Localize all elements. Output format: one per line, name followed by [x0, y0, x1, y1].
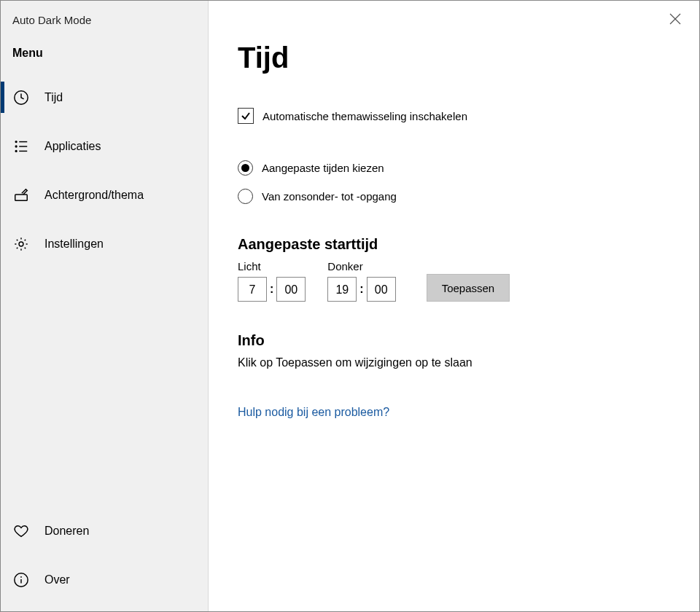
dark-minute-input[interactable]: 00 — [367, 277, 396, 302]
dark-hour-input[interactable]: 19 — [327, 277, 357, 302]
svg-rect-7 — [15, 195, 28, 200]
sidebar-item-over[interactable]: Over — [1, 555, 208, 604]
light-time-inputs: 7 : 00 — [238, 277, 306, 302]
heart-icon — [12, 522, 30, 540]
nav-bottom: Doneren Over — [1, 506, 208, 604]
light-label: Licht — [238, 260, 306, 272]
sidebar-item-doneren[interactable]: Doneren — [1, 506, 208, 555]
sidebar-item-label: Applicaties — [44, 140, 101, 153]
light-time-block: Licht 7 : 00 — [238, 260, 306, 302]
sidebar-item-instellingen[interactable]: Instellingen — [1, 219, 208, 268]
dark-time-block: Donker 19 : 00 — [327, 260, 395, 302]
enable-checkbox[interactable] — [238, 108, 254, 124]
custom-start-heading: Aangepaste starttijd — [238, 236, 677, 253]
info-heading: Info — [238, 332, 677, 349]
app-title: Auto Dark Mode — [1, 5, 208, 29]
sidebar-item-tijd[interactable]: Tijd — [1, 73, 208, 122]
time-colon: : — [270, 283, 273, 296]
radio-custom-times[interactable]: Aangepaste tijden kiezen — [238, 160, 677, 176]
gear-icon — [12, 235, 30, 253]
close-button[interactable] — [669, 12, 683, 27]
radio-button[interactable] — [238, 189, 253, 204]
sidebar-item-label: Achtergrond/thema — [44, 189, 144, 202]
svg-point-5 — [15, 146, 17, 147]
radio-button[interactable] — [238, 160, 253, 176]
light-hour-input[interactable]: 7 — [238, 277, 267, 302]
svg-point-11 — [20, 576, 22, 577]
radio-label: Aangepaste tijden kiezen — [262, 162, 384, 174]
sidebar-item-label: Instellingen — [44, 238, 104, 251]
help-link[interactable]: Hulp nodig bij een probleem? — [238, 406, 677, 419]
nav-main: Tijd Applicaties Achtergrond/thema — [1, 73, 208, 506]
app-window: Auto Dark Mode Menu Tijd Applicaties — [0, 0, 700, 612]
sidebar-item-achtergrond[interactable]: Achtergrond/thema — [1, 170, 208, 219]
enable-checkbox-label: Automatische themawisseling inschakelen — [262, 110, 467, 122]
info-text: Klik op Toepassen om wijzigingen op te s… — [238, 356, 677, 369]
radio-sunset-sunrise[interactable]: Van zonsonder- tot -opgang — [238, 189, 677, 204]
mode-radio-group: Aangepaste tijden kiezen Van zonsonder- … — [238, 160, 677, 204]
time-colon: : — [359, 283, 363, 296]
apply-button[interactable]: Toepassen — [427, 274, 510, 302]
sidebar-item-applicaties[interactable]: Applicaties — [1, 122, 208, 170]
light-minute-input[interactable]: 00 — [276, 277, 306, 302]
list-icon — [12, 138, 30, 155]
svg-point-8 — [19, 242, 23, 246]
info-icon — [12, 571, 30, 589]
time-row: Licht 7 : 00 Donker 19 : 00 Toepassen — [238, 260, 677, 302]
dark-label: Donker — [327, 260, 395, 272]
menu-title: Menu — [1, 29, 208, 73]
radio-label: Van zonsonder- tot -opgang — [262, 190, 397, 203]
sidebar-item-label: Over — [44, 573, 70, 586]
svg-point-6 — [15, 150, 17, 152]
enable-checkbox-row[interactable]: Automatische themawisseling inschakelen — [238, 108, 677, 124]
page-title: Tijd — [238, 42, 677, 74]
sidebar-item-label: Doneren — [44, 525, 89, 538]
sidebar-item-label: Tijd — [44, 91, 63, 104]
main-content: Tijd Automatische themawisseling inschak… — [209, 1, 699, 611]
paint-icon — [12, 187, 30, 204]
svg-point-4 — [15, 141, 17, 142]
clock-icon — [12, 89, 30, 106]
dark-time-inputs: 19 : 00 — [327, 277, 395, 302]
sidebar: Auto Dark Mode Menu Tijd Applicaties — [1, 1, 209, 611]
